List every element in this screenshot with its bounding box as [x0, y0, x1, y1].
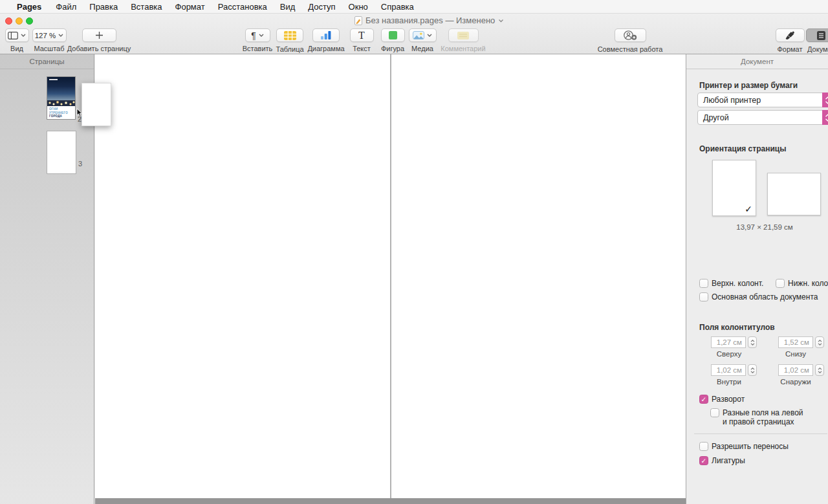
- margin-inner-field[interactable]: 1,02 см: [711, 364, 746, 376]
- paintbrush-icon: [785, 31, 795, 40]
- menu-edit[interactable]: Правка: [83, 2, 124, 12]
- text-button[interactable]: T: [350, 28, 374, 42]
- footer-checkbox-row: Нижн. колонт.: [776, 279, 828, 288]
- minimize-window-button[interactable]: [16, 17, 23, 25]
- add-page-label: Добавить страницу: [62, 45, 136, 52]
- green-square-shape-icon: [389, 31, 397, 39]
- margin-top-stepper[interactable]: [748, 336, 757, 348]
- margin-top-field[interactable]: 1,27 см: [711, 336, 746, 348]
- hyphenation-checkbox-row: Разрешить переносы: [699, 442, 789, 451]
- margin-inner-stepper[interactable]: [748, 364, 757, 376]
- document-body-checkbox-label: Основная область документа: [712, 292, 818, 301]
- zoom-dropdown[interactable]: 127 %: [32, 28, 67, 42]
- orientation-landscape-option[interactable]: [767, 173, 821, 215]
- shape-button[interactable]: [381, 28, 405, 42]
- cover-city-lights-image: [47, 100, 75, 106]
- toolbar-group-view: Вид: [4, 28, 30, 52]
- menu-window[interactable]: Окно: [342, 2, 375, 12]
- header-checkbox[interactable]: [699, 279, 708, 288]
- table-button[interactable]: [276, 28, 303, 42]
- collaborate-label: Совместная работа: [594, 45, 666, 53]
- chart-label: Диаграмма: [305, 45, 347, 52]
- printer-dropdown[interactable]: Любой принтер: [697, 93, 828, 107]
- different-margins-checkbox[interactable]: [710, 408, 719, 417]
- menu-apple-app[interactable]: Pages: [10, 2, 49, 12]
- menu-view[interactable]: Вид: [274, 2, 302, 12]
- chevron-down-icon: [259, 34, 264, 37]
- page-thumbnail-cover[interactable]: ОГНИ УТРЕННЕГО ГОРОДА: [47, 76, 76, 120]
- chart-button[interactable]: [312, 28, 340, 42]
- orientation-portrait-option[interactable]: ✓: [712, 160, 756, 216]
- page-left[interactable]: [95, 54, 390, 498]
- toolbar-group-collaborate: Совместная работа: [594, 28, 666, 53]
- bar-chart-icon: [321, 31, 331, 39]
- comment-label: Комментарий: [440, 45, 486, 52]
- footer-checkbox-label: Нижн. колонт.: [788, 279, 828, 288]
- insert-button[interactable]: ¶: [245, 28, 270, 42]
- photo-icon: [413, 31, 424, 39]
- document-body-checkbox-row: Основная область документа: [699, 292, 818, 301]
- plus-icon: [95, 31, 104, 39]
- margin-outer-stepper[interactable]: [815, 364, 824, 376]
- facing-pages-checkbox[interactable]: ✓: [699, 395, 708, 404]
- dragged-page-thumbnail[interactable]: [82, 83, 111, 126]
- page-size-value: 13,97 × 21,59 см: [710, 223, 820, 231]
- menu-share[interactable]: Доступ: [301, 2, 342, 12]
- document-tab-label: Документ: [807, 45, 828, 53]
- pages-sidebar: Страницы ОГНИ УТРЕННЕГО ГОРОДА 2 3: [0, 54, 94, 504]
- dropdown-arrows-icon: [822, 110, 828, 125]
- paper-size-dropdown[interactable]: Другой: [697, 110, 828, 125]
- hyphenation-checkbox[interactable]: [699, 442, 708, 451]
- margin-bottom-field[interactable]: 1,52 см: [778, 336, 813, 348]
- format-label: Формат: [774, 45, 806, 53]
- margin-outer-field[interactable]: 1,02 см: [778, 364, 813, 376]
- menu-insert[interactable]: Вставка: [124, 2, 168, 12]
- page-thumbnail-3[interactable]: [47, 131, 76, 174]
- toolbar-group-document: Документ: [806, 28, 828, 53]
- facing-pages-checkbox-row: ✓ Разворот: [699, 395, 745, 404]
- pages-document-icon: [354, 16, 362, 25]
- toolbar-group-media: Медиа: [408, 28, 437, 52]
- menu-format[interactable]: Формат: [169, 2, 212, 12]
- format-button[interactable]: [776, 28, 805, 42]
- zoom-window-button[interactable]: [26, 17, 33, 25]
- chevron-down-icon: [21, 34, 26, 37]
- ligatures-label: Лигатуры: [712, 456, 745, 465]
- add-page-button[interactable]: [82, 28, 116, 42]
- inspector-tab-document[interactable]: Документ: [686, 54, 828, 69]
- view-button-label: Вид: [4, 45, 30, 52]
- title-chevron-down-icon[interactable]: [498, 19, 504, 23]
- document-body-checkbox[interactable]: [699, 292, 708, 301]
- printer-dropdown-value: Любой принтер: [703, 96, 761, 105]
- toolbar-group-chart: Диаграмма: [305, 28, 347, 52]
- page-right[interactable]: [391, 54, 686, 498]
- toolbar-group-text: T Текст: [348, 28, 375, 52]
- menu-file[interactable]: Файл: [49, 2, 83, 12]
- view-button[interactable]: [5, 28, 29, 42]
- document-canvas[interactable]: [95, 54, 686, 504]
- sidebar-layout-icon: [8, 32, 18, 39]
- comment-button[interactable]: [448, 28, 479, 42]
- toolbar-group-shape: Фигура: [378, 28, 408, 52]
- add-person-icon: [624, 30, 637, 40]
- selected-checkmark-icon: ✓: [745, 204, 752, 214]
- dropdown-arrows-icon: [822, 93, 828, 107]
- collaborate-button[interactable]: [615, 28, 646, 42]
- cover-night-sky-image: [47, 77, 75, 100]
- ligatures-checkbox[interactable]: ✓: [699, 456, 708, 465]
- margin-outer-label: Снаружи: [773, 378, 818, 386]
- media-button[interactable]: [409, 28, 437, 42]
- document-button[interactable]: [806, 28, 828, 42]
- paper-size-dropdown-value: Другой: [703, 113, 729, 122]
- margin-top-label: Сверху: [706, 350, 752, 358]
- facing-pages-label: Разворот: [712, 395, 745, 404]
- close-window-button[interactable]: [5, 17, 12, 25]
- ligatures-checkbox-row: ✓ Лигатуры: [699, 456, 745, 465]
- window-title-area[interactable]: Без названия.pages — Изменено: [354, 16, 504, 25]
- footer-checkbox[interactable]: [776, 279, 785, 288]
- header-checkbox-label: Верхн. колонт.: [712, 279, 763, 288]
- margin-bottom-stepper[interactable]: [815, 336, 824, 348]
- table-label: Таблица: [274, 45, 305, 53]
- menu-help[interactable]: Справка: [375, 2, 420, 12]
- menu-arrange[interactable]: Расстановка: [212, 2, 274, 12]
